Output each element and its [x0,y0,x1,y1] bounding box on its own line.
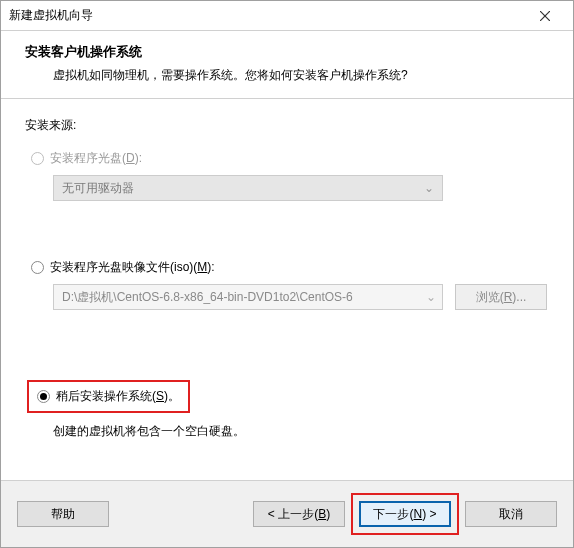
close-icon [540,11,550,21]
chevron-down-icon: ⌄ [424,181,434,195]
option-group: 安装程序光盘(D): 无可用驱动器 ⌄ 安装程序光盘映像文件(iso)(M): … [31,150,549,440]
cancel-button[interactable]: 取消 [465,501,557,527]
header-description: 虚拟机如同物理机，需要操作系统。您将如何安装客户机操作系统? [25,67,549,84]
radio-disc [31,152,44,165]
option-later-label: 稍后安装操作系统(S)。 [56,388,180,405]
install-source-label: 安装来源: [25,117,549,134]
highlight-next: 下一步(N) > [351,493,459,535]
disc-drive-value: 无可用驱动器 [62,180,134,197]
header-title: 安装客户机操作系统 [25,43,549,61]
option-install-iso[interactable]: 安装程序光盘映像文件(iso)(M): [31,259,549,276]
install-later-description: 创建的虚拟机将包含一个空白硬盘。 [53,423,549,440]
chevron-down-icon: ⌄ [426,290,436,304]
iso-path-combobox: D:\虚拟机\CentOS-6.8-x86_64-bin-DVD1to2\Cen… [53,284,443,310]
option-install-disc: 安装程序光盘(D): [31,150,549,167]
help-button[interactable]: 帮助 [17,501,109,527]
highlight-install-later: 稍后安装操作系统(S)。 [27,380,190,413]
option-install-later[interactable]: 稍后安装操作系统(S)。 [37,388,180,405]
wizard-footer: 帮助 < 上一步(B) 下一步(N) > 取消 [1,480,573,547]
option-disc-label: 安装程序光盘(D): [50,150,142,167]
next-button[interactable]: 下一步(N) > [359,501,451,527]
new-vm-wizard-dialog: 新建虚拟机向导 安装客户机操作系统 虚拟机如同物理机，需要操作系统。您将如何安装… [0,0,574,548]
radio-later[interactable] [37,390,50,403]
option-iso-label: 安装程序光盘映像文件(iso)(M): [50,259,215,276]
titlebar: 新建虚拟机向导 [1,1,573,31]
radio-iso[interactable] [31,261,44,274]
disc-drive-dropdown: 无可用驱动器 ⌄ [53,175,443,201]
browse-button: 浏览(R)... [455,284,547,310]
close-button[interactable] [525,2,565,30]
iso-path-value: D:\虚拟机\CentOS-6.8-x86_64-bin-DVD1to2\Cen… [62,289,353,306]
back-button[interactable]: < 上一步(B) [253,501,345,527]
wizard-body: 安装来源: 安装程序光盘(D): 无可用驱动器 ⌄ 安装程序光盘映像文件(iso… [1,99,573,480]
wizard-header: 安装客户机操作系统 虚拟机如同物理机，需要操作系统。您将如何安装客户机操作系统? [1,31,573,99]
window-title: 新建虚拟机向导 [9,7,525,24]
